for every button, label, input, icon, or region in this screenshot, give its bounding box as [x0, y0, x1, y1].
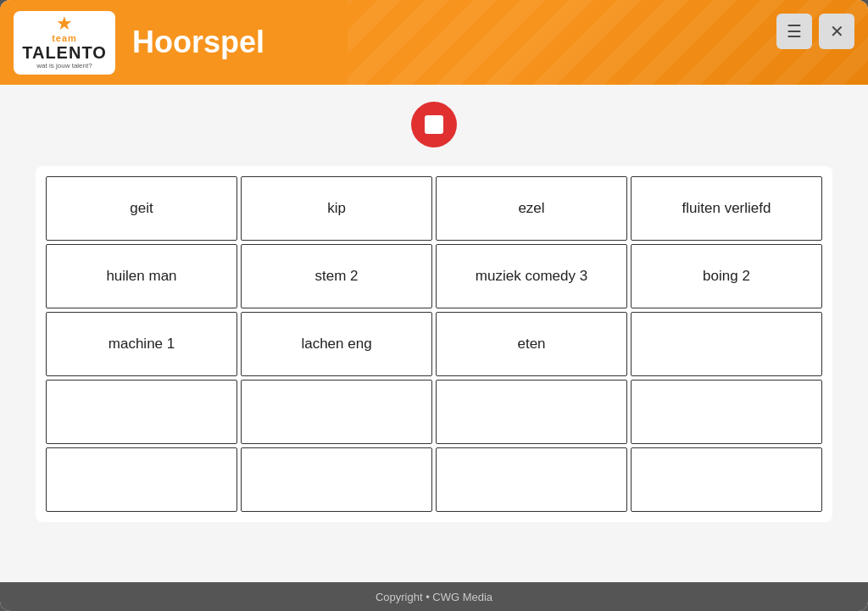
logo-star: ★ — [56, 14, 73, 33]
grid-cell[interactable]: boing 2 — [631, 244, 822, 308]
grid-cell — [631, 380, 822, 444]
footer: Copyright • CWG Media — [0, 582, 868, 611]
grid-cell[interactable]: fluiten verliefd — [631, 176, 822, 241]
header: ★ team TALENTO wat is jouw talent? Hoors… — [0, 0, 868, 85]
grid-cell[interactable]: muziek comedy 3 — [436, 244, 627, 308]
sound-grid: geitkipezelfluiten verliefdhuilen manste… — [44, 175, 824, 514]
content-area: geitkipezelfluiten verliefdhuilen manste… — [0, 85, 868, 582]
grid-cell[interactable]: huilen man — [46, 244, 237, 308]
grid-cell — [46, 380, 237, 444]
logo-talento: TALENTO — [22, 44, 107, 61]
grid-cell[interactable]: eten — [436, 312, 627, 376]
grid-cell — [631, 312, 822, 376]
stop-icon — [425, 115, 443, 134]
grid-cell — [436, 380, 627, 444]
copyright-text: Copyright • CWG Media — [376, 591, 492, 603]
grid-container: geitkipezelfluiten verliefdhuilen manste… — [36, 166, 832, 522]
header-controls: ☰ ✕ — [776, 14, 854, 49]
grid-cell[interactable]: geit — [46, 176, 237, 241]
grid-cell — [241, 447, 432, 512]
menu-button[interactable]: ☰ — [776, 14, 812, 49]
page-title: Hoorspel — [132, 25, 264, 60]
grid-cell[interactable]: lachen eng — [241, 312, 432, 376]
app-window: ★ team TALENTO wat is jouw talent? Hoors… — [0, 0, 868, 611]
logo: ★ team TALENTO wat is jouw talent? — [14, 11, 115, 75]
grid-cell — [46, 447, 237, 512]
stop-button[interactable] — [411, 102, 457, 147]
grid-cell — [436, 447, 627, 512]
grid-cell[interactable]: kip — [241, 176, 432, 241]
grid-cell[interactable]: stem 2 — [241, 244, 432, 308]
grid-cell[interactable]: machine 1 — [46, 312, 237, 376]
close-button[interactable]: ✕ — [819, 14, 854, 49]
grid-cell — [631, 447, 822, 512]
logo-tagline: wat is jouw talent? — [36, 61, 92, 70]
grid-cell[interactable]: ezel — [436, 176, 627, 241]
grid-cell — [241, 380, 432, 444]
